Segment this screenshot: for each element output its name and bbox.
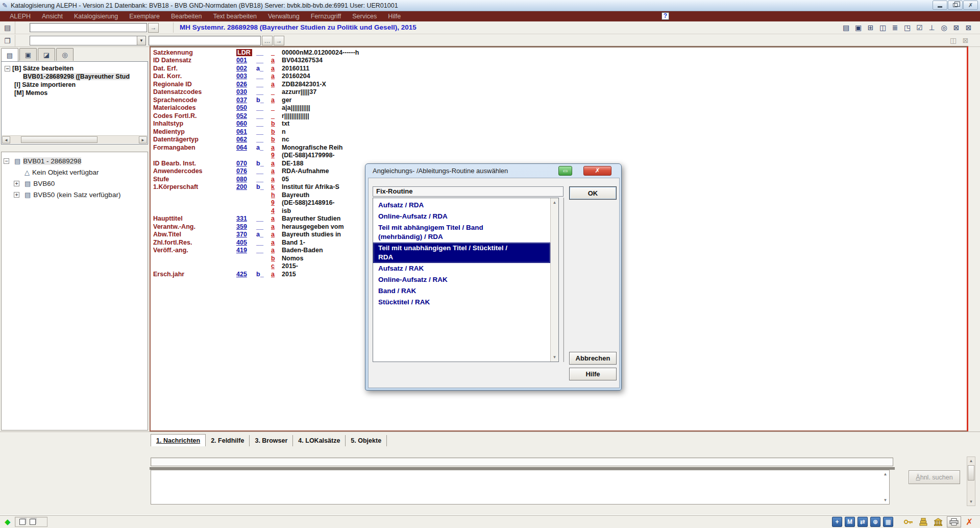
close-button[interactable]: ✗ (963, 1, 978, 10)
cancel-icon[interactable]: ✗ (964, 517, 975, 527)
key-icon[interactable] (902, 517, 915, 527)
field-indicators[interactable]: b_ (256, 160, 271, 167)
lower-pane-tab[interactable]: 1. Nachrichten (151, 434, 206, 446)
field-tag[interactable]: 419 (236, 247, 256, 254)
field-value[interactable]: nc (282, 136, 289, 143)
tree-item[interactable]: [M] Memos (2, 89, 148, 97)
subfield-code[interactable]: a (271, 73, 282, 80)
menu-item[interactable]: Hilfe (382, 13, 406, 20)
field-tag[interactable]: 080 (236, 176, 256, 183)
search-records-tab[interactable]: ◎ (56, 48, 74, 61)
field-tag[interactable]: 076 (236, 167, 256, 175)
field-value[interactable]: DE-188 (282, 160, 303, 167)
field-indicators[interactable]: __ (256, 104, 271, 111)
fix-routine-option[interactable]: Stücktitel / RAK (373, 297, 550, 308)
search-similar-icon[interactable]: ◎ (939, 22, 949, 33)
menu-item[interactable]: Bearbeiten (165, 13, 207, 20)
derive-record-icon[interactable]: ⊥ (926, 22, 937, 33)
subfield-code[interactable]: _ (271, 49, 282, 56)
field-tag[interactable]: 050 (236, 104, 256, 111)
field-indicators[interactable]: __ (256, 223, 271, 230)
subfield-code[interactable]: a (271, 176, 282, 183)
field-value[interactable]: ger (282, 97, 291, 104)
minimize-button[interactable] (933, 1, 947, 10)
field-tag[interactable]: 425 (236, 271, 256, 278)
field-tag[interactable]: 002 (236, 65, 256, 72)
scroll-left-icon[interactable]: ◄ (2, 136, 10, 143)
field-tag[interactable]: 001 (236, 57, 256, 64)
server-stack-icon[interactable] (917, 517, 929, 527)
subfield-code[interactable]: b (271, 136, 282, 143)
scroll-down-icon[interactable]: ▼ (882, 497, 889, 503)
search-term-input[interactable] (149, 36, 261, 45)
field-tag[interactable]: 061 (236, 128, 256, 135)
subfield-code[interactable]: a (271, 167, 282, 175)
check-record-icon[interactable]: ☑ (914, 22, 925, 33)
help-button[interactable]: Hilfe (569, 368, 617, 380)
marc-view-icon[interactable]: M (845, 517, 855, 527)
subfield-code[interactable]: a (271, 215, 282, 222)
scroll-up-icon[interactable]: ▲ (551, 199, 558, 206)
field-value[interactable]: RDA-Aufnahme (282, 167, 329, 175)
field-value[interactable]: (DE-588)2148916- (282, 199, 335, 206)
field-indicators[interactable]: __ (256, 120, 271, 127)
scroll-right-icon[interactable]: ► (139, 136, 147, 143)
field-indicators[interactable]: __ (256, 112, 271, 119)
subfield-code[interactable]: 9 (271, 199, 282, 206)
menu-item[interactable]: Verwaltung (262, 13, 305, 20)
expand-tree-icon[interactable]: ⊞ (865, 22, 876, 33)
tree-item[interactable]: − ▤ BVB01 - 28689298 (2, 155, 148, 166)
field-value[interactable]: 2015 (282, 271, 296, 278)
subfield-code[interactable]: b (271, 128, 282, 135)
tree-item[interactable]: − [B] Sätze bearbeiten (2, 64, 148, 73)
field-value[interactable]: 20160111 (282, 65, 309, 72)
field-indicators[interactable]: b_ (256, 271, 271, 278)
menu-item[interactable]: Exemplare (124, 13, 165, 20)
field-value[interactable]: azzurr|||||37 (282, 88, 316, 95)
field-indicators[interactable]: __ (256, 49, 271, 56)
subfield-code[interactable]: a (271, 144, 282, 151)
restore-button[interactable] (948, 1, 963, 10)
close-all-icon[interactable]: ⊠ (963, 22, 974, 33)
field-tag[interactable]: 405 (236, 239, 256, 246)
field-value[interactable]: a|a||||||||||| (282, 104, 310, 111)
fix-routine-option[interactable]: Band / RAK (373, 285, 550, 297)
print-icon[interactable] (947, 516, 961, 527)
fix-routine-option[interactable]: Teil mit unabhängigen Titel / Stücktitel… (373, 243, 550, 263)
field-value[interactable]: 20160204 (282, 73, 310, 80)
field-indicators[interactable]: __ (256, 239, 271, 246)
fix-routine-option[interactable]: Aufsatz / RDA (373, 200, 550, 211)
subfield-code[interactable]: _ (271, 88, 282, 95)
ok-button[interactable]: OK (569, 186, 617, 200)
subfield-code[interactable]: a (271, 231, 282, 238)
tree-item[interactable]: BVB01-28689298 ([Bayreuther Stud (2, 73, 148, 81)
field-value[interactable]: Baden-Baden (282, 247, 323, 254)
edit-records-tab[interactable]: ▤ (1, 48, 18, 62)
full-view-icon[interactable]: ≣ (890, 22, 900, 33)
field-value[interactable]: herausgegeben vom (282, 223, 344, 230)
lower-pane-tab[interactable]: 5. Objekte (346, 435, 387, 446)
chevron-down-icon[interactable]: ▼ (137, 36, 145, 45)
subfield-code[interactable]: c (271, 262, 282, 270)
subfield-code[interactable]: k (271, 183, 282, 190)
field-value[interactable]: Bayreuth studies in (282, 231, 341, 238)
tree-item[interactable]: △ Kein Objekt verfügbar (2, 166, 148, 178)
field-tag[interactable]: 064 (236, 144, 256, 151)
scroll-up-icon[interactable]: ▲ (882, 471, 889, 477)
subfield-code[interactable]: a (271, 239, 282, 246)
scroll-thumb[interactable] (21, 136, 97, 143)
field-value[interactable]: 00000nM2.01200024------h (282, 49, 359, 56)
field-tag[interactable]: 003 (236, 73, 256, 80)
field-indicators[interactable]: __ (256, 81, 271, 88)
search-similar-button[interactable]: Ähnl. suchen (909, 470, 960, 484)
field-value[interactable]: Institut für Afrika-S (282, 183, 339, 190)
tree-item[interactable]: [I] Sätze importieren (2, 81, 148, 89)
tree-horizontal-scrollbar[interactable]: ◄ ► (2, 135, 147, 143)
field-value[interactable]: 05 (282, 176, 289, 183)
menu-item[interactable]: Services (347, 13, 382, 20)
copy-records-tab[interactable]: ▣ (19, 48, 37, 61)
field-value[interactable]: BV043267534 (282, 57, 323, 64)
field-tag[interactable]: 331 (236, 215, 256, 222)
field-indicators[interactable]: __ (256, 57, 271, 64)
field-value[interactable]: ZDB2842301-X (282, 81, 326, 88)
